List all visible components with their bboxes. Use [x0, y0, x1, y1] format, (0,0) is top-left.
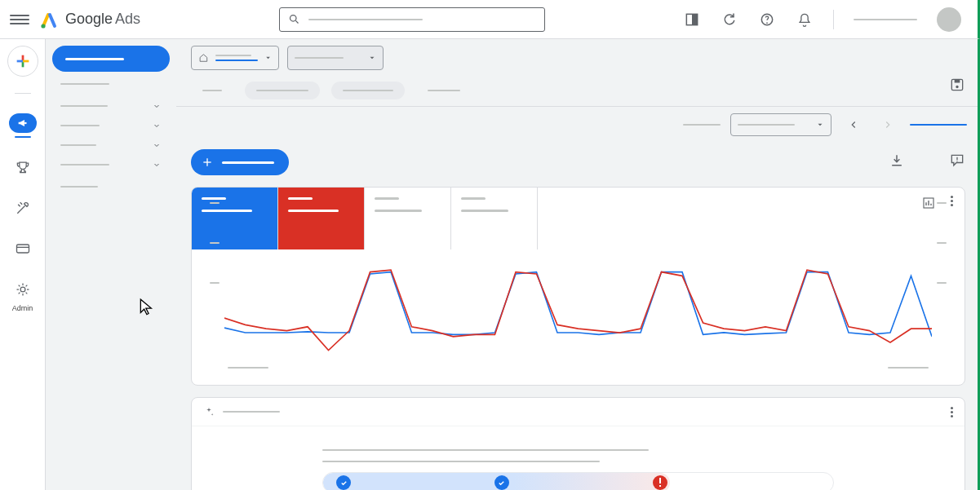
progress-step-done	[494, 475, 509, 490]
performance-chart-card	[191, 187, 965, 386]
create-button[interactable]	[7, 46, 38, 77]
sparkle-icon	[203, 406, 215, 417]
account-name[interactable]	[854, 19, 917, 20]
plus-multicolor-icon	[14, 52, 32, 70]
svg-rect-16	[955, 79, 960, 82]
product-name: GoogleAds	[65, 11, 140, 28]
date-next-button	[876, 113, 900, 136]
filter-chip[interactable]	[191, 82, 233, 99]
filter-chip[interactable]	[416, 82, 472, 99]
svg-rect-4	[692, 14, 698, 24]
avatar[interactable]	[937, 7, 961, 32]
caret-down-icon	[368, 54, 376, 62]
chevron-down-icon	[152, 140, 162, 150]
nav-item[interactable]	[60, 186, 98, 188]
date-underline	[910, 124, 967, 126]
save-view-icon[interactable]	[949, 77, 967, 95]
nav-item-expandable[interactable]	[52, 116, 170, 135]
search-icon	[288, 13, 300, 25]
card-overflow-menu[interactable]	[951, 407, 953, 417]
chart-overflow-menu[interactable]	[951, 196, 953, 206]
rail-campaigns[interactable]	[7, 110, 39, 141]
google-ads-logo-icon	[39, 10, 59, 29]
nav-item-active[interactable]	[52, 46, 170, 72]
menu-toggle-icon[interactable]	[10, 10, 29, 29]
svg-point-1	[290, 15, 296, 22]
search-input[interactable]	[279, 7, 545, 32]
line-chart	[224, 264, 932, 362]
search-placeholder	[308, 19, 423, 20]
rail-admin-label: Admin	[12, 304, 33, 312]
x-axis-end-label	[888, 367, 929, 369]
svg-rect-26	[659, 478, 661, 483]
rail-admin[interactable]: Admin	[7, 278, 39, 316]
filter-chip-active[interactable]	[331, 82, 405, 99]
progress-step-error	[653, 475, 667, 490]
date-range-select[interactable]	[730, 113, 831, 136]
chevron-down-icon	[152, 101, 162, 111]
svg-point-11	[24, 122, 27, 125]
metric-tile-2[interactable]	[278, 188, 365, 249]
card-icon	[15, 241, 31, 257]
metric-tile-1[interactable]	[192, 188, 278, 249]
svg-rect-12	[16, 245, 29, 253]
trophy-icon	[15, 159, 31, 175]
rail-goals[interactable]	[7, 156, 39, 182]
appearance-icon[interactable]	[683, 11, 701, 29]
refresh-icon[interactable]	[721, 11, 738, 29]
svg-point-6	[766, 22, 768, 24]
svg-point-21	[956, 161, 957, 161]
caret-down-icon	[816, 121, 824, 129]
home-icon	[198, 52, 209, 64]
date-label	[683, 124, 721, 126]
plus-icon	[201, 156, 214, 169]
separator	[833, 10, 834, 29]
new-campaign-button[interactable]	[191, 149, 289, 175]
scope-campaign-chip[interactable]	[287, 46, 384, 70]
megaphone-icon	[16, 117, 29, 130]
download-icon[interactable]	[889, 152, 905, 172]
chart-settings-icon[interactable]	[921, 196, 936, 214]
tools-icon	[15, 200, 31, 216]
progress-track	[322, 472, 834, 490]
caret-down-icon	[264, 54, 272, 62]
svg-line-2	[295, 20, 298, 23]
svg-rect-27	[659, 485, 661, 487]
help-icon[interactable]	[758, 11, 776, 29]
feedback-icon[interactable]	[949, 152, 965, 172]
mini-nav-rail: Admin	[0, 39, 46, 490]
rail-billing[interactable]	[7, 237, 39, 263]
metric-tile-3[interactable]	[365, 188, 451, 249]
metric-tile-4[interactable]	[451, 188, 538, 249]
gear-icon	[15, 281, 31, 298]
svg-point-14	[20, 287, 25, 292]
progress-step-done	[336, 475, 351, 490]
nav-item[interactable]	[60, 83, 109, 85]
scope-account-chip[interactable]	[191, 46, 279, 70]
nav-item-expandable[interactable]	[52, 135, 170, 155]
recommendation-text-line	[322, 461, 600, 462]
nav-item-expandable[interactable]	[52, 155, 170, 174]
svg-point-0	[41, 24, 45, 28]
nav-item-expandable[interactable]	[52, 96, 170, 116]
recommendation-text-line	[322, 449, 649, 451]
filter-chip-active[interactable]	[245, 82, 320, 99]
recommendation-card	[191, 397, 965, 490]
date-prev-button[interactable]	[841, 113, 866, 136]
rail-tools[interactable]	[7, 196, 39, 223]
main-content	[176, 39, 980, 490]
notifications-icon[interactable]	[796, 11, 814, 29]
chevron-down-icon	[152, 121, 162, 130]
svg-point-17	[956, 86, 958, 88]
chevron-down-icon	[152, 160, 162, 170]
app-header: GoogleAds	[0, 0, 980, 39]
x-axis-start-label	[228, 367, 268, 369]
product-logo[interactable]: GoogleAds	[39, 10, 140, 29]
secondary-nav	[46, 39, 176, 490]
